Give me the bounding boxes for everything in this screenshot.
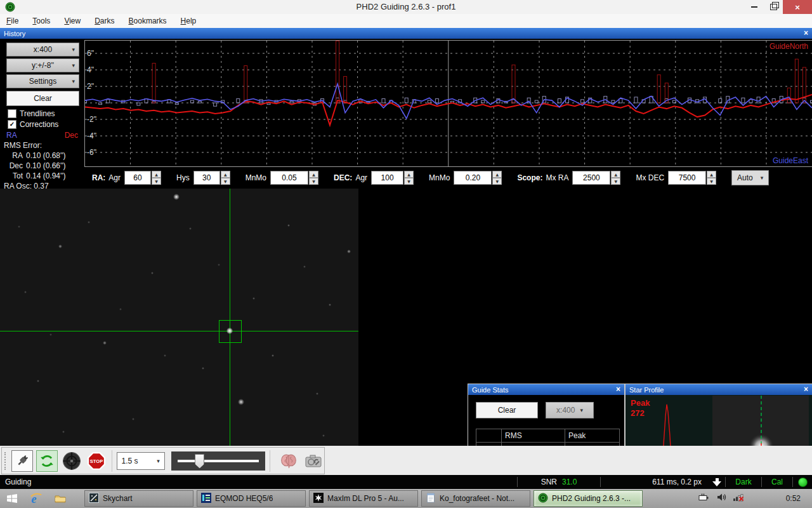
stop-button[interactable]: STOP [86,450,107,472]
slider-track[interactable] [178,460,259,462]
param-label: MnMo [429,173,450,182]
star [58,244,62,248]
advanced-settings-button[interactable] [278,450,299,472]
spin-up-icon[interactable]: ▲ [152,171,161,178]
star [173,194,180,200]
taskbar-button-notepad[interactable]: Ko_fotografeet - Not... [421,490,530,507]
minimize-button[interactable] [745,0,764,14]
spin-up-icon[interactable]: ▲ [611,171,620,178]
param-input[interactable]: 60 [124,171,151,185]
close-button[interactable]: × [783,0,812,14]
history-clear-button[interactable]: Clear [6,91,79,106]
menu-bookmarks[interactable]: Bookmarks [129,17,167,25]
taskbar-button-phd2[interactable]: PHD2 Guiding 2.6.3 -... [534,490,643,507]
spin-down-icon[interactable]: ▼ [152,178,161,185]
settings-dropdown[interactable]: Settings▾ [6,74,79,88]
spin-up-icon[interactable]: ▲ [221,171,230,178]
spinner-buttons: ▲ ▼ [611,171,620,185]
spin-down-icon[interactable]: ▼ [492,178,502,185]
param-input[interactable]: 0.05 [270,171,308,185]
star [132,418,134,420]
snr-value: 31.0 [562,478,577,486]
task-icon [201,493,211,505]
guide-star[interactable] [226,328,233,334]
menu-tools[interactable]: Tools [32,17,50,25]
spin-up-icon[interactable]: ▲ [309,171,318,178]
svg-text:-4": -4" [87,131,96,140]
task-label: PHD2 Guiding 2.6.3 -... [552,494,631,503]
crosshair-vertical [230,189,230,446]
xscale-dropdown[interactable]: x:400▾ [6,43,79,57]
volume-tray-icon[interactable] [716,493,726,504]
param-label: MnMo [246,173,266,182]
slider-handle[interactable] [195,454,204,469]
history-close-icon[interactable]: × [804,30,808,37]
spin-down-icon[interactable]: ▼ [707,178,716,185]
rms-dec-row: Dec0.10 (0.66'') [4,161,66,170]
param-input[interactable]: 7500 [668,171,706,185]
guide-stats-title: Guide Stats [472,386,508,394]
file-explorer-taskbar-icon[interactable] [48,489,72,508]
internet-explorer-taskbar-icon[interactable]: e [24,489,48,508]
spinner-buttons: ▲ ▼ [152,171,161,185]
loop-arrows-icon [39,453,55,469]
taskbar-button-maxim[interactable]: MaxIm DL Pro 5 - Au... [309,490,418,507]
corrections-checkbox[interactable]: ✓ Corrections [8,120,58,129]
trendlines-checkbox[interactable]: Trendlines [8,109,55,118]
exposure-duration-dropdown[interactable]: 1.5 s ▾ [117,452,165,470]
chevron-down-icon: ▾ [72,78,75,84]
taskbar-button-skychart[interactable]: Skychart [84,490,193,507]
star [218,264,220,266]
param-input[interactable]: 100 [371,171,403,185]
checkbox-checked: ✓ [8,120,16,129]
dec-mode-dropdown[interactable]: Auto ▾ [731,170,769,185]
battery-tray-icon[interactable] [698,493,710,504]
menu-help[interactable]: Help [181,17,197,25]
menu-darks[interactable]: Darks [95,17,114,25]
guide-camera-image[interactable] [0,189,358,446]
spin-down-icon[interactable]: ▼ [611,178,620,185]
start-guiding-button[interactable] [61,450,82,472]
restore-button[interactable] [764,0,783,14]
menu-view[interactable]: View [64,17,81,25]
param-input[interactable]: 30 [193,171,220,185]
desktop: PHD2 Guiding 2.6.3 - prof1 × FileToolsVi… [0,0,812,508]
loop-exposures-button[interactable] [36,450,58,472]
param-input[interactable]: 2500 [572,171,610,185]
camera-settings-button[interactable] [303,450,324,472]
connect-equipment-button[interactable] [11,450,33,472]
star-profile-close-icon[interactable]: × [804,386,808,393]
param-group-label: Scope: [517,173,542,182]
task-label: MaxIm DL Pro 5 - Au... [327,494,404,503]
spin-down-icon[interactable]: ▼ [221,178,230,185]
param-input[interactable]: 0.20 [454,171,492,185]
spin-down-icon[interactable]: ▼ [309,178,318,185]
chevron-down-icon: ▾ [157,458,160,464]
start-button[interactable] [0,489,24,508]
stats-clear-button[interactable]: Clear [476,402,538,418]
ra-legend-label: RA [6,131,17,140]
menu-file[interactable]: File [6,17,18,25]
svg-text:-2": -2" [87,115,96,124]
taskbar-button-eqmod[interactable]: EQMOD HEQ5/6 [197,490,306,507]
task-icon [538,493,548,505]
task-icon [426,493,436,505]
star [322,434,325,437]
cal-indicator: Cal [762,475,792,489]
spin-up-icon[interactable]: ▲ [404,171,414,178]
spin-up-icon[interactable]: ▲ [707,171,716,178]
spin-down-icon[interactable]: ▼ [404,178,414,185]
network-error-tray-icon[interactable] [733,493,744,504]
spinner-buttons: ▲ ▼ [492,171,502,185]
toolbar-grip[interactable] [4,452,8,470]
spinner-buttons: ▲ ▼ [309,171,318,185]
stats-scale-dropdown[interactable]: x:400 ▾ [546,402,594,418]
spin-up-icon[interactable]: ▲ [492,171,502,178]
minimize-icon [751,6,757,8]
guide-stats-close-icon[interactable]: × [616,386,620,393]
yscale-dropdown[interactable]: y:+/-8''▾ [6,58,79,72]
gamma-slider[interactable] [171,451,265,471]
param-label: Agr [355,173,367,182]
tray-clock[interactable]: 0:52 [786,494,801,503]
guide-algo-controls: RA: Agr 60 ▲ ▼ Hys 30 ▲ ▼ MnMo 0.05 ▲ ▼ … [84,169,769,187]
